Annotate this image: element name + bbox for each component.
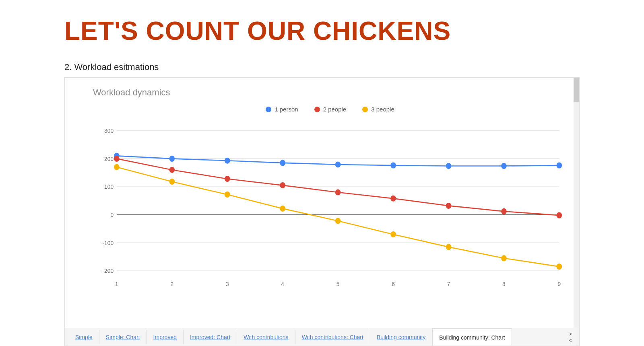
chart-container: Workload dynamics 1 person2 people3 peop… [64,77,580,346]
svg-text:2: 2 [171,280,174,287]
svg-point-37 [501,208,507,214]
legend-dot-people3 [362,107,368,112]
tab-improved-chart[interactable]: Improved: Chart [184,330,237,344]
svg-text:3: 3 [226,280,229,287]
legend-label-people2: 2 people [323,106,347,113]
svg-point-33 [280,182,285,188]
svg-point-40 [169,179,175,185]
svg-text:7: 7 [447,280,450,287]
svg-text:0: 0 [110,212,114,218]
svg-point-23 [225,158,230,164]
svg-point-35 [390,196,396,202]
chart-area: 3002001000-100-200123456789 [93,121,567,294]
tab-bar: SimpleSimple: ChartImprovedImproved: Cha… [65,328,579,346]
svg-text:9: 9 [558,280,561,287]
scrollbar-thumb[interactable] [574,78,579,102]
svg-point-22 [169,156,175,162]
legend-dot-people2 [314,107,320,112]
svg-point-27 [446,163,452,169]
svg-text:-100: -100 [103,239,114,246]
tab-simple[interactable]: Simple [69,330,99,344]
svg-text:6: 6 [392,280,395,287]
svg-text:8: 8 [502,280,506,287]
svg-text:300: 300 [104,127,114,134]
tab-building-community-chart[interactable]: Building community: Chart [432,328,512,346]
svg-text:200: 200 [104,155,114,162]
tab-improved[interactable]: Improved [147,330,184,344]
chart-title: Workload dynamics [93,87,567,98]
svg-point-24 [280,160,285,166]
svg-point-45 [446,244,452,250]
svg-point-43 [335,218,341,224]
svg-point-46 [501,255,507,261]
svg-text:4: 4 [281,280,284,287]
svg-point-36 [446,203,452,209]
svg-point-47 [556,264,562,270]
svg-point-31 [169,167,175,173]
tab-nav-next[interactable]: > [569,331,572,337]
chart-legend: 1 person2 people3 people [93,106,567,113]
legend-item-person1: 1 person [266,106,298,113]
tab-building-community[interactable]: Building community [370,330,432,344]
svg-point-29 [556,163,562,169]
svg-point-32 [225,176,230,182]
legend-item-people3: 3 people [362,106,394,113]
svg-point-38 [556,212,562,218]
legend-dot-person1 [266,107,271,112]
svg-point-26 [390,163,396,169]
svg-point-41 [225,192,230,198]
legend-label-people3: 3 people [371,106,394,113]
svg-text:1: 1 [115,280,118,287]
legend-item-people2: 2 people [314,106,347,113]
scrollbar-track [574,78,579,328]
svg-point-25 [335,161,341,167]
section-label: 2. Workload esitmations [64,62,580,72]
chart-svg: 3002001000-100-200123456789 [93,121,567,294]
svg-point-28 [501,163,507,169]
svg-point-44 [390,231,396,237]
tab-nav-prev[interactable]: < [569,337,572,344]
svg-text:5: 5 [336,280,340,287]
svg-point-34 [335,189,341,195]
tab-with-contributions[interactable]: With contributions [237,330,295,344]
tab-nav[interactable]: >< [566,331,575,344]
svg-point-39 [114,164,120,170]
page-title: LET'S COUNT OUR CHICKENS [64,16,580,46]
legend-label-person1: 1 person [275,106,298,113]
tab-with-contributions-chart[interactable]: With contributions: Chart [295,330,370,344]
svg-text:100: 100 [104,183,114,190]
svg-point-30 [114,156,120,162]
tab-simple-chart[interactable]: Simple: Chart [99,330,147,344]
svg-text:-200: -200 [103,268,114,274]
svg-point-42 [280,206,285,212]
